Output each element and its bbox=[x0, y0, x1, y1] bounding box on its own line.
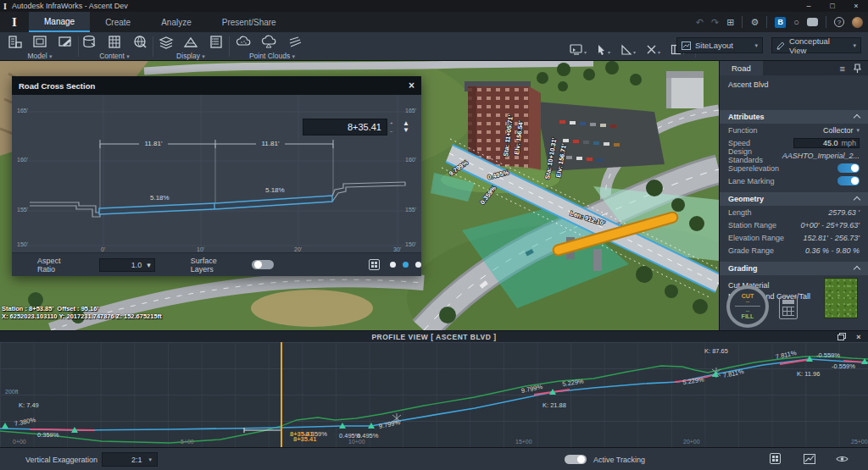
station-tick-label: 10+00 bbox=[348, 439, 365, 445]
close-icon[interactable]: × bbox=[856, 333, 861, 341]
superelevation-toggle[interactable] bbox=[837, 163, 860, 173]
chat-bubble-icon[interactable] bbox=[807, 18, 818, 26]
y-tick: 155' bbox=[17, 207, 28, 213]
data-source-icon[interactable] bbox=[81, 35, 98, 50]
profile-view-chart[interactable]: 200ft K: 7.497.380%0.359%-0.359%0.495%0.… bbox=[0, 342, 868, 447]
section-header-geometry[interactable]: Geometry bbox=[720, 192, 868, 206]
toolbar-group-content: Content ▾ bbox=[81, 32, 147, 61]
vertical-exaggeration-dropdown[interactable]: 2:1▾ bbox=[102, 452, 158, 467]
ribbon-tab-bar: I Manage Create Analyze Present/Share ↶ … bbox=[0, 12, 868, 32]
layout-grid-icon[interactable] bbox=[770, 453, 781, 464]
property-row-length: Length2579.63 ' bbox=[720, 206, 868, 218]
collapse-chevron-icon bbox=[854, 266, 860, 273]
section-header-attributes[interactable]: Attributes bbox=[720, 110, 868, 124]
geolocation-globe-icon[interactable] bbox=[132, 35, 149, 50]
section-header-grading[interactable]: Grading bbox=[720, 262, 868, 275]
station-fine-spinner[interactable]: +− bbox=[390, 119, 393, 135]
settings-gear-icon[interactable]: ⚙ bbox=[750, 17, 759, 28]
maximize-button[interactable]: □ bbox=[821, 0, 844, 12]
x-tick: 0' bbox=[101, 246, 105, 252]
panel-header[interactable]: Road Cross Section × bbox=[12, 76, 421, 95]
property-row-design-standards: Design Standards AASHTO_Imperial_2... bbox=[720, 149, 868, 162]
point-cloud-icon[interactable] bbox=[236, 35, 253, 50]
active-tracking-toggle[interactable] bbox=[565, 455, 587, 464]
y-tick: 165' bbox=[405, 108, 416, 113]
toolbar-group-point-clouds: Point Clouds ▾ bbox=[236, 32, 309, 61]
tab-analyze[interactable]: Analyze bbox=[146, 12, 207, 32]
properties-panel: Road ≡ Ascent Blvd Attributes Function C… bbox=[719, 61, 868, 330]
cross-section-chart: 11.81' 11.81' 5.18% 5.18% 165' bbox=[12, 95, 421, 252]
float-panel-icon[interactable] bbox=[837, 333, 846, 340]
user-avatar[interactable] bbox=[852, 17, 863, 28]
layers-icon[interactable] bbox=[158, 35, 175, 50]
material-thumbnail[interactable] bbox=[824, 278, 858, 318]
cut-fill-gauge: CUT -- -- FILL bbox=[726, 285, 769, 328]
aspect-ratio-dropdown[interactable]: 1.0▾ bbox=[99, 258, 155, 272]
feature-list-icon[interactable] bbox=[209, 35, 225, 50]
function-dropdown[interactable]: Collector bbox=[823, 126, 854, 135]
y-tick: 160' bbox=[405, 157, 416, 163]
page-dot[interactable] bbox=[390, 262, 396, 268]
pin-icon[interactable] bbox=[854, 64, 861, 73]
toolbar-group-label[interactable]: Point Clouds ▾ bbox=[236, 52, 309, 60]
close-button[interactable]: × bbox=[844, 0, 868, 12]
visibility-eye-icon[interactable] bbox=[836, 455, 849, 463]
property-row-superelevation: Superelevation bbox=[720, 162, 868, 174]
dataset-grid-icon[interactable] bbox=[107, 35, 124, 50]
page-dot[interactable] bbox=[415, 262, 421, 268]
lane-marking-toggle[interactable] bbox=[837, 176, 860, 185]
speed-input[interactable]: 45.0mph bbox=[793, 138, 860, 148]
collapse-chevron-icon bbox=[854, 196, 860, 203]
tab-create[interactable]: Create bbox=[90, 12, 146, 32]
help-icon[interactable]: ? bbox=[834, 17, 844, 27]
slope-label-right: 5.18% bbox=[265, 186, 285, 194]
collapse-chevron-icon bbox=[854, 114, 860, 121]
surface-layers-toggle[interactable] bbox=[252, 260, 274, 269]
page-dot-active[interactable] bbox=[403, 262, 409, 268]
point-cloud-terrain-icon[interactable] bbox=[261, 35, 278, 50]
parking-lot bbox=[536, 102, 665, 171]
design-standards-value[interactable]: AASHTO_Imperial_2... bbox=[782, 152, 860, 160]
tab-present-share[interactable]: Present/Share bbox=[207, 12, 292, 32]
title-bar: I Autodesk InfraWorks - Ascent Dev – □ × bbox=[0, 0, 868, 12]
station-input[interactable]: 8+35.41 bbox=[303, 119, 387, 135]
menu-icon[interactable]: ≡ bbox=[840, 64, 845, 74]
minimize-button[interactable]: – bbox=[797, 0, 821, 12]
vertical-exaggeration-label: Vertical Exaggeration bbox=[25, 456, 97, 464]
model-properties-icon[interactable] bbox=[7, 35, 24, 50]
layout-grid-icon[interactable]: ⊞ bbox=[726, 17, 734, 28]
toolbar-group-label[interactable]: Display ▾ bbox=[158, 52, 224, 60]
edit-model-icon[interactable] bbox=[58, 35, 75, 50]
station-step-spinner[interactable]: ▲▼ bbox=[403, 118, 409, 136]
select-tool-icon[interactable]: ▾ bbox=[597, 44, 610, 55]
separator bbox=[766, 16, 767, 28]
view-mode-selector[interactable]: Conceptual View ▾ bbox=[771, 37, 861, 53]
sync-status-icon[interactable]: ○ bbox=[793, 17, 799, 27]
tab-manage[interactable]: Manage bbox=[29, 12, 90, 32]
panel-title: Road Cross Section bbox=[19, 81, 95, 91]
bim360-icon[interactable]: B bbox=[775, 17, 786, 28]
site-layout-selector[interactable]: SiteLayout ▾ bbox=[676, 37, 763, 53]
y-tick: 155' bbox=[405, 207, 416, 213]
toolbar-group-model: Model ▾ bbox=[7, 32, 73, 61]
station-tick-label: 5+00 bbox=[181, 439, 194, 445]
terrain-icon[interactable] bbox=[183, 35, 200, 50]
layout-grid-icon[interactable] bbox=[369, 259, 380, 270]
fit-view-tool-icon[interactable]: ▾ bbox=[570, 44, 587, 55]
point-cloud-lines-icon[interactable] bbox=[287, 35, 303, 50]
model-thumbnail-icon[interactable] bbox=[32, 35, 49, 50]
calculator-icon[interactable] bbox=[779, 296, 798, 319]
separator bbox=[826, 16, 826, 28]
redo-icon[interactable]: ↷ bbox=[711, 17, 719, 28]
undo-icon[interactable]: ↶ bbox=[696, 17, 704, 28]
window-title: Autodesk InfraWorks - Ascent Dev bbox=[12, 2, 128, 10]
tab-road[interactable]: Road bbox=[720, 61, 763, 75]
toolbar-group-label[interactable]: Model ▾ bbox=[7, 52, 73, 60]
toolbar-group-label[interactable]: Content ▾ bbox=[81, 52, 147, 60]
measure-tool-icon[interactable]: ▾ bbox=[646, 44, 660, 55]
set-square-tool-icon[interactable]: ▾ bbox=[620, 44, 636, 55]
close-icon[interactable]: × bbox=[409, 80, 415, 91]
profile-chart-icon[interactable] bbox=[804, 454, 815, 464]
dim-label-left: 11.81' bbox=[145, 140, 163, 147]
property-row-lane-marking: Lane Marking bbox=[720, 174, 868, 187]
